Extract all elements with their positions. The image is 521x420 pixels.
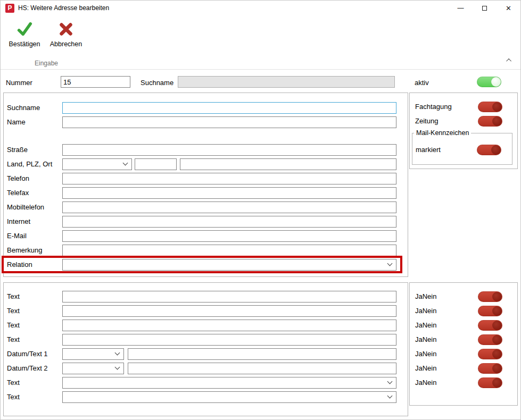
janein-toggle-4[interactable] bbox=[478, 334, 502, 345]
check-icon bbox=[16, 21, 32, 37]
title-bar: P HS: Weitere Adresse bearbeiten — ✕ bbox=[1, 1, 520, 15]
janein-toggle-6[interactable] bbox=[478, 363, 502, 374]
form-row: Text bbox=[7, 390, 404, 404]
text-label: Text bbox=[7, 321, 62, 329]
datum-text-1-label: Datum/Text 1 bbox=[7, 350, 62, 358]
bemerkung-label: Bemerkung bbox=[7, 246, 62, 254]
datum-text-1-input[interactable] bbox=[128, 348, 396, 360]
confirm-button[interactable]: Bestätigen bbox=[4, 19, 45, 49]
suchname-header-label: Suchname bbox=[140, 79, 173, 87]
x-icon bbox=[58, 21, 74, 37]
datum-text-2-label: Datum/Text 2 bbox=[7, 364, 62, 372]
text-dropdown-1[interactable] bbox=[62, 377, 396, 389]
form-row: Suchname bbox=[7, 100, 404, 115]
zeitung-toggle[interactable] bbox=[478, 116, 502, 127]
janein-label: JaNein bbox=[415, 321, 436, 329]
land-plz-ort-label: Land, PLZ, Ort bbox=[7, 160, 62, 168]
chevron-down-icon bbox=[123, 161, 128, 166]
janein-toggle-2[interactable] bbox=[478, 306, 502, 316]
zeitung-label: Zeitung bbox=[415, 117, 438, 125]
text-label: Text bbox=[7, 393, 62, 401]
email-label: E-Mail bbox=[7, 232, 62, 240]
extra-fields-box: Text Text Text Text Datum/Text 1 Dat bbox=[3, 282, 408, 416]
form-row: Straße bbox=[7, 142, 404, 157]
fachtagung-label: Fachtagung bbox=[415, 103, 452, 111]
telefax-input[interactable] bbox=[62, 187, 396, 199]
form-row-relation: Relation bbox=[7, 257, 404, 272]
plz-input[interactable] bbox=[135, 158, 177, 170]
janein-label: JaNein bbox=[415, 379, 436, 387]
chevron-up-icon bbox=[506, 58, 511, 63]
ort-input[interactable] bbox=[180, 158, 396, 170]
janein-label: JaNein bbox=[415, 292, 436, 300]
name-label: Name bbox=[7, 118, 62, 126]
land-dropdown[interactable] bbox=[62, 158, 132, 170]
form-row: Land, PLZ, Ort bbox=[7, 157, 404, 171]
flag-row: JaNein bbox=[410, 347, 517, 361]
flags-box: Fachtagung Zeitung Mail-Kennzeichen mark… bbox=[409, 93, 518, 169]
flag-row: JaNein bbox=[410, 332, 517, 347]
telefon-label: Telefon bbox=[7, 174, 62, 182]
telefax-label: Telefax bbox=[7, 189, 62, 197]
janein-label: JaNein bbox=[415, 350, 436, 358]
name-input[interactable] bbox=[62, 116, 396, 128]
janein-label: JaNein bbox=[415, 335, 436, 343]
markiert-toggle[interactable] bbox=[477, 145, 501, 155]
mobiltelefon-input[interactable] bbox=[62, 201, 396, 213]
close-icon: ✕ bbox=[506, 4, 511, 12]
close-button[interactable]: ✕ bbox=[497, 1, 520, 15]
janein-toggle-1[interactable] bbox=[478, 291, 502, 302]
datum-text-2-input[interactable] bbox=[128, 363, 396, 374]
form-row: Telefon bbox=[7, 171, 404, 186]
janein-box: JaNein JaNein JaNein JaNein JaNein JaNei… bbox=[409, 282, 518, 406]
text-input-2[interactable] bbox=[62, 305, 396, 317]
datum-text-2-dropdown[interactable] bbox=[62, 363, 124, 374]
minimize-icon: — bbox=[458, 4, 464, 12]
ribbon-button-group: Bestätigen Abbrechen bbox=[1, 15, 520, 49]
suchname-input[interactable] bbox=[62, 102, 396, 114]
form-row: E-Mail bbox=[7, 229, 404, 243]
janein-toggle-3[interactable] bbox=[478, 320, 502, 331]
strasse-input[interactable] bbox=[62, 144, 396, 156]
nummer-input[interactable] bbox=[61, 76, 130, 88]
fachtagung-toggle[interactable] bbox=[478, 102, 502, 112]
app-icon: P bbox=[5, 4, 14, 13]
internet-input[interactable] bbox=[62, 216, 396, 228]
form-row: Internet bbox=[7, 214, 404, 229]
form-row: Text bbox=[7, 304, 404, 318]
text-input-1[interactable] bbox=[62, 291, 396, 303]
chevron-down-icon bbox=[387, 393, 393, 399]
telefon-input[interactable] bbox=[62, 173, 396, 184]
flag-row: markiert bbox=[412, 142, 512, 157]
email-input[interactable] bbox=[62, 230, 396, 242]
text-dropdown-2[interactable] bbox=[62, 391, 396, 403]
janein-toggle-7[interactable] bbox=[478, 377, 502, 388]
cancel-label: Abbrechen bbox=[50, 40, 82, 48]
bemerkung-input[interactable] bbox=[62, 245, 396, 256]
collapse-ribbon-button[interactable] bbox=[505, 56, 514, 64]
flag-row: Zeitung bbox=[410, 114, 517, 128]
form-row: Text bbox=[7, 332, 404, 347]
maximize-button[interactable] bbox=[473, 1, 497, 15]
minimize-button[interactable]: — bbox=[449, 1, 473, 15]
suchname-label: Suchname bbox=[7, 104, 62, 112]
aktiv-toggle[interactable] bbox=[477, 77, 501, 87]
form-row: Text bbox=[7, 318, 404, 332]
form-row: Text bbox=[7, 289, 404, 304]
chevron-down-icon bbox=[387, 261, 393, 266]
text-label: Text bbox=[7, 335, 62, 343]
flag-row: JaNein bbox=[410, 318, 517, 332]
cancel-button[interactable]: Abbrechen bbox=[45, 19, 87, 49]
flag-row: JaNein bbox=[410, 289, 517, 304]
datum-text-1-dropdown[interactable] bbox=[62, 348, 124, 360]
janein-toggle-5[interactable] bbox=[478, 349, 502, 359]
text-label: Text bbox=[7, 292, 62, 300]
flag-row: Fachtagung bbox=[410, 99, 517, 114]
strasse-label: Straße bbox=[7, 146, 62, 154]
text-input-3[interactable] bbox=[62, 320, 396, 331]
flag-row: JaNein bbox=[410, 361, 517, 375]
relation-dropdown[interactable] bbox=[62, 259, 396, 271]
mail-kennzeichen-group: Mail-Kennzeichen markiert bbox=[412, 133, 512, 165]
text-input-4[interactable] bbox=[62, 334, 396, 346]
form-row: Bemerkung bbox=[7, 243, 404, 257]
